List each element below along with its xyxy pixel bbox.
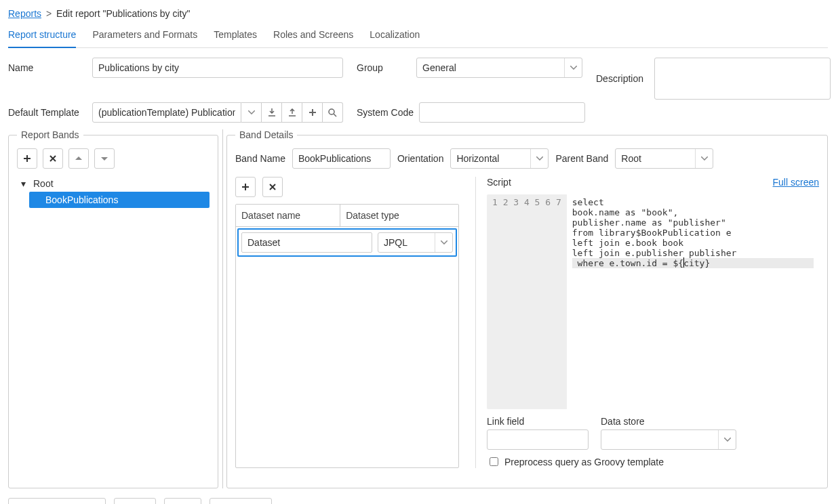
breadcrumb-root-link[interactable]: Reports bbox=[8, 8, 41, 19]
orientation-value: Horizontal bbox=[451, 153, 530, 164]
report-bands-legend: Report Bands bbox=[17, 129, 83, 140]
move-up-button[interactable] bbox=[68, 148, 89, 169]
chevron-down-icon[interactable] bbox=[718, 430, 736, 449]
chevron-down-icon[interactable] bbox=[530, 149, 548, 168]
script-editor[interactable]: 1 2 3 4 5 6 7 select book.name as "book"… bbox=[487, 194, 819, 409]
breadcrumb-separator: > bbox=[46, 8, 52, 19]
tab-roles-and-screens[interactable]: Roles and Screens bbox=[273, 25, 353, 48]
name-label: Name bbox=[8, 62, 87, 73]
plus-icon[interactable] bbox=[302, 102, 323, 123]
chevron-down-icon[interactable] bbox=[435, 233, 452, 252]
parent-band-label: Parent Band bbox=[555, 153, 608, 164]
description-textarea[interactable] bbox=[654, 58, 831, 100]
split-handle[interactable] bbox=[218, 129, 226, 488]
system-code-label: System Code bbox=[357, 107, 414, 118]
dataset-table: Dataset name Dataset type JPQL bbox=[235, 204, 459, 468]
tab-parameters-and-formats[interactable]: Parameters and Formats bbox=[92, 25, 197, 48]
tree-root-label: Root bbox=[33, 178, 54, 189]
save-and-close-button[interactable]: Save and close bbox=[8, 498, 106, 504]
cancel-button[interactable]: Cancel bbox=[210, 498, 272, 504]
dataset-type-value: JPQL bbox=[378, 237, 435, 248]
save-button[interactable]: Save bbox=[114, 498, 156, 504]
group-select[interactable]: General bbox=[416, 58, 582, 78]
remove-dataset-button[interactable] bbox=[262, 177, 283, 197]
tree-band-label: BookPublications bbox=[45, 194, 118, 205]
run-button[interactable]: Run bbox=[164, 498, 202, 504]
preprocess-checkbox[interactable] bbox=[490, 457, 498, 466]
default-template-label: Default Template bbox=[8, 107, 87, 118]
download-icon[interactable] bbox=[262, 102, 282, 123]
default-template-input[interactable] bbox=[92, 102, 241, 123]
tab-templates[interactable]: Templates bbox=[214, 25, 257, 48]
group-label: Group bbox=[357, 62, 411, 73]
link-field-label: Link field bbox=[487, 416, 589, 427]
parent-band-value: Root bbox=[616, 153, 695, 164]
orientation-label: Orientation bbox=[397, 153, 443, 164]
dataset-type-select[interactable]: JPQL bbox=[378, 232, 453, 253]
chevron-down-icon[interactable] bbox=[564, 58, 582, 77]
code-body[interactable]: select book.name as "book", publisher.na… bbox=[567, 194, 819, 409]
band-name-input[interactable] bbox=[292, 148, 391, 169]
tab-report-structure[interactable]: Report structure bbox=[8, 25, 76, 48]
upload-icon[interactable] bbox=[282, 102, 302, 123]
chevron-down-icon[interactable] bbox=[695, 149, 713, 168]
dataset-row-selected[interactable]: JPQL bbox=[237, 228, 457, 257]
link-field-input[interactable] bbox=[487, 429, 589, 450]
code-gutter: 1 2 3 4 5 6 7 bbox=[487, 194, 567, 409]
remove-band-button[interactable] bbox=[43, 148, 63, 169]
parent-band-select[interactable]: Root bbox=[615, 148, 713, 169]
orientation-select[interactable]: Horizontal bbox=[450, 148, 549, 169]
add-dataset-button[interactable] bbox=[235, 177, 256, 197]
dataset-type-header: Dataset type bbox=[340, 205, 458, 226]
svg-point-0 bbox=[329, 109, 334, 114]
band-details-panel: Band Details Band Name Orientation Horiz… bbox=[226, 129, 828, 488]
data-store-label: Data store bbox=[601, 416, 736, 427]
move-down-button[interactable] bbox=[94, 148, 115, 169]
band-tree: ▾ Root BookPublications bbox=[17, 175, 210, 208]
tree-root-node[interactable]: ▾ Root bbox=[17, 175, 210, 192]
breadcrumb: Reports > Edit report "Publications by c… bbox=[8, 8, 828, 19]
system-code-input[interactable] bbox=[419, 102, 585, 123]
default-template-field bbox=[92, 102, 343, 123]
dataset-name-header: Dataset name bbox=[236, 205, 340, 226]
name-input[interactable] bbox=[92, 58, 343, 78]
tabs: Report structure Parameters and Formats … bbox=[8, 24, 828, 48]
description-label: Description bbox=[596, 73, 649, 84]
band-name-label: Band Name bbox=[235, 153, 285, 164]
add-band-button[interactable] bbox=[17, 148, 37, 169]
search-icon[interactable] bbox=[323, 102, 343, 123]
breadcrumb-current: Edit report "Publications by city" bbox=[56, 8, 190, 19]
tab-localization[interactable]: Localization bbox=[370, 25, 420, 48]
preprocess-label[interactable]: Preprocess query as Groovy template bbox=[504, 457, 664, 467]
caret-down-icon[interactable]: ▾ bbox=[21, 178, 29, 189]
group-value: General bbox=[417, 62, 564, 73]
full-screen-link[interactable]: Full screen bbox=[773, 177, 819, 188]
dataset-name-input[interactable] bbox=[241, 232, 372, 253]
script-label: Script bbox=[487, 177, 511, 188]
tree-band-node[interactable]: BookPublications bbox=[29, 192, 210, 208]
report-bands-panel: Report Bands ▾ Root bbox=[8, 129, 218, 488]
band-details-legend: Band Details bbox=[235, 129, 297, 140]
data-store-select[interactable] bbox=[601, 429, 736, 450]
chevron-down-icon[interactable] bbox=[241, 102, 262, 123]
